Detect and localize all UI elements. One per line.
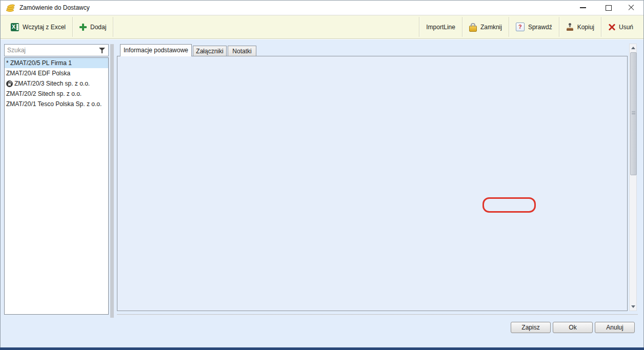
- add-button[interactable]: Dodaj: [73, 15, 113, 38]
- app-coins-icon: [5, 4, 15, 12]
- excel-icon: [11, 23, 19, 31]
- delete-x-icon: [608, 24, 615, 31]
- main-scrollbar-thumb[interactable]: [630, 52, 637, 175]
- delete-label: Usuń: [619, 24, 633, 31]
- importline-label: ImportLine: [426, 24, 455, 31]
- maximize-icon: [606, 5, 612, 11]
- stawka-vat-highlight-annotation: [482, 197, 536, 213]
- document-list: * ZMAT/20/5 PL Firma 1 ZMAT/20/4 EDF Pol…: [4, 57, 109, 315]
- toolbar-divider: [113, 17, 113, 37]
- delete-button[interactable]: Usuń: [601, 15, 640, 38]
- search-placeholder: Szukaj: [5, 47, 99, 54]
- load-excel-button[interactable]: Wczytaj z Excel: [4, 15, 72, 38]
- list-item[interactable]: ZMAT/20/2 Sitech sp. z o.o.: [5, 89, 108, 99]
- footer-separator: [117, 314, 638, 315]
- main-scrollbar[interactable]: [629, 44, 637, 311]
- maximize-button[interactable]: [601, 3, 616, 13]
- close-doc-button[interactable]: Zamknij: [462, 15, 509, 38]
- list-item-label: ZMAT/20/1 Tesco Polska Sp. z o.o.: [6, 100, 102, 108]
- close-icon: [628, 4, 635, 11]
- filter-icon[interactable]: [99, 47, 105, 53]
- minimize-icon: [580, 7, 586, 8]
- close-button[interactable]: [623, 3, 639, 13]
- add-label: Dodaj: [90, 24, 106, 31]
- tab-zalaczniki[interactable]: Załączniki: [193, 46, 227, 56]
- tab-label: Informacje podstawowe: [124, 47, 188, 54]
- copy-button[interactable]: Kopiuj: [559, 15, 601, 38]
- save-label: Zapisz: [521, 324, 539, 331]
- ok-label: Ok: [569, 324, 576, 331]
- main-panel: [117, 56, 628, 311]
- list-item-label: ZMAT/20/3 Sitech sp. z o.o.: [14, 80, 90, 87]
- search-input[interactable]: Szukaj: [4, 44, 109, 56]
- cancel-label: Anuluj: [606, 324, 623, 331]
- list-item[interactable]: * ZMAT/20/5 PL Firma 1: [5, 58, 108, 68]
- copy-label: Kopiuj: [577, 24, 594, 31]
- tab-notatki[interactable]: Notatki: [228, 46, 256, 56]
- window-title: Zamówienie do Dostawcy: [19, 4, 90, 11]
- load-excel-label: Wczytaj z Excel: [23, 24, 66, 31]
- plus-icon: [79, 24, 87, 31]
- title-bar: Zamówienie do Dostawcy: [1, 1, 643, 15]
- tab-label: Notatki: [232, 48, 251, 55]
- list-item-label: ZMAT/20/4 EDF Polska: [6, 70, 70, 77]
- lock-icon: [469, 26, 477, 32]
- minimize-button[interactable]: [575, 3, 591, 13]
- check-button[interactable]: Sprawdź: [509, 15, 559, 38]
- stamp-icon: [566, 23, 574, 31]
- sidebar-splitter[interactable]: [110, 44, 114, 318]
- check-label: Sprawdź: [528, 24, 552, 31]
- tab-label: Załączniki: [196, 48, 223, 55]
- tab-informacje-podstawowe[interactable]: Informacje podstawowe: [120, 44, 192, 56]
- window-bottom-border: [0, 347, 644, 350]
- question-icon: [516, 23, 525, 31]
- list-item-label: ZMAT/20/2 Sitech sp. z o.o.: [6, 90, 82, 97]
- close-doc-label: Zamknij: [480, 24, 502, 31]
- locked-document-icon: [6, 80, 13, 87]
- list-item-label: * ZMAT/20/5 PL Firma 1: [6, 59, 72, 67]
- ok-button[interactable]: Ok: [553, 322, 593, 333]
- list-item[interactable]: ZMAT/20/1 Tesco Polska Sp. z o.o.: [5, 99, 108, 109]
- cancel-button[interactable]: Anuluj: [595, 322, 635, 333]
- save-button[interactable]: Zapisz: [511, 322, 551, 333]
- list-item[interactable]: ZMAT/20/4 EDF Polska: [5, 68, 108, 78]
- importline-button[interactable]: ImportLine: [419, 15, 462, 38]
- list-item[interactable]: ZMAT/20/3 Sitech sp. z o.o.: [5, 78, 108, 89]
